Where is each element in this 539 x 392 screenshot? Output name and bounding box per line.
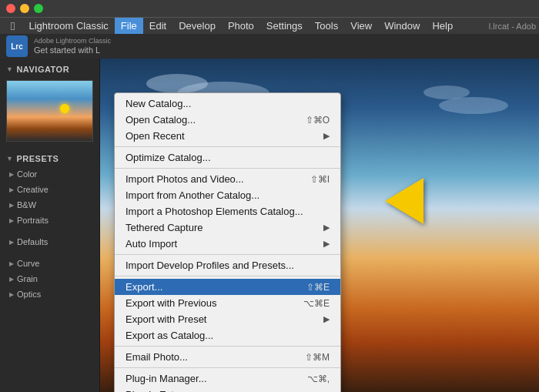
presets-header[interactable]: ▼ Presets [0,151,99,166]
menu-photo[interactable]: Photo [222,18,260,34]
app-name-label: Adobe Lightroom Classic [34,37,111,45]
preset-grain-label: Grain [17,274,38,283]
menu-tethered-capture[interactable]: Tethered Capture ▶ [115,219,340,236]
separator-1 [115,146,340,147]
export-preset-arrow: ▶ [323,314,330,324]
separator-4 [115,276,340,276]
export-catalog-label: Export as Catalog... [126,330,213,341]
preset-defaults-header[interactable]: ▶ Defaults [0,236,99,248]
menu-export[interactable]: Export... ⇧⌘E [115,279,340,295]
menu-plugin-extras[interactable]: Plug-in Extras ▶ [115,387,340,392]
preset-curve-label: Curve [17,259,39,268]
separator-5 [115,346,340,347]
open-catalog-shortcut: ⇧⌘O [306,115,330,126]
preset-bw-header[interactable]: ▶ B&W [0,199,99,211]
menu-import-photos[interactable]: Import Photos and Video... ⇧⌘I [115,171,340,187]
export-shortcut: ⇧⌘E [306,282,330,293]
menu-bar:  Lightroom Classic File Edit Develop Ph… [0,17,539,34]
auto-import-arrow: ▶ [323,239,330,249]
app-subtitle-label: Get started with L [34,45,111,55]
preset-optics-header[interactable]: ▶ Optics [0,288,99,300]
preset-portraits-label: Portraits [17,216,49,225]
menu-settings[interactable]: Settings [260,18,309,34]
title-bar-right: l.lrcat - Adob [489,22,536,31]
open-recent-label: Open Recent [126,130,185,142]
menu-import-develop-profiles[interactable]: Import Develop Profiles and Presets... [115,257,340,273]
tri-optics: ▶ [9,291,14,298]
menu-view[interactable]: View [344,18,378,34]
plugin-manager-label: Plug-in Manager... [126,373,207,384]
export-label: Export... [126,281,162,293]
preset-color-label: Color [17,169,37,179]
export-preset-label: Export with Preset [126,313,207,325]
sun-element [60,104,69,113]
app-logo: Lrc [6,35,28,57]
preset-creative-label: Creative [17,185,49,194]
presets-label: Presets [16,154,59,163]
menu-plugin-manager[interactable]: Plug-in Manager... ⌥⌘, [115,370,340,387]
menu-tools[interactable]: Tools [309,18,344,34]
email-photo-shortcut: ⇧⌘M [305,352,330,363]
traffic-lights [6,4,43,13]
preset-portraits-header[interactable]: ▶ Portraits [0,214,99,226]
menu-window[interactable]: Window [378,18,426,34]
plugin-manager-shortcut: ⌥⌘, [307,374,330,384]
tri-bw: ▶ [9,202,14,209]
preset-group-creative: ▶ Creative [0,182,99,197]
presets-panel: ▼ Presets ▶ Color ▶ Creative ▶ B&W [0,151,99,302]
preset-group-optics: ▶ Optics [0,286,99,302]
menu-new-catalog[interactable]: New Catalog... [115,95,340,112]
import-photos-label: Import Photos and Video... [126,173,244,185]
menu-edit[interactable]: Edit [143,18,172,34]
preset-creative-header[interactable]: ▶ Creative [0,183,99,196]
preset-group-color: ▶ Color [0,166,99,182]
maximize-button[interactable] [34,4,43,13]
apple-menu[interactable]:  [3,18,22,34]
menu-export-with-previous[interactable]: Export with Previous ⌥⌘E [115,295,340,311]
menu-file[interactable]: File [115,18,143,34]
minimize-button[interactable] [20,4,29,13]
tethered-capture-label: Tethered Capture [126,222,203,233]
preset-grain-header[interactable]: ▶ Grain [0,273,99,285]
menu-auto-import[interactable]: Auto Import ▶ [115,236,340,252]
left-sidebar: ▼ Navigator ▼ Presets ▶ Color [0,59,100,392]
menu-optimize-catalog[interactable]: Optimize Catalog... [115,149,340,166]
preset-color-header[interactable]: ▶ Color [0,168,99,180]
preset-curve-header[interactable]: ▶ Curve [0,257,99,270]
menu-help[interactable]: Help [426,18,459,34]
tri-grain: ▶ [9,276,14,283]
preset-group-defaults: ▶ Defaults [0,234,99,250]
menu-email-photo[interactable]: Email Photo... ⇧⌘M [115,349,340,365]
yellow-arrow-icon [385,178,424,224]
menu-open-catalog[interactable]: Open Catalog... ⇧⌘O [115,112,340,128]
menu-export-as-catalog[interactable]: Export as Catalog... [115,327,340,343]
email-photo-label: Email Photo... [126,351,188,363]
app-header: Lrc Adobe Lightroom Classic Get started … [0,34,539,59]
presets-triangle: ▼ [6,155,13,162]
tri-curve: ▶ [9,260,14,267]
preset-group-curve: ▶ Curve [0,256,99,271]
menu-open-recent[interactable]: Open Recent ▶ [115,128,340,144]
app-title-area: Adobe Lightroom Classic Get started with… [34,37,111,55]
separator-2 [115,168,340,169]
tethered-arrow: ▶ [323,223,330,233]
navigator-triangle: ▼ [6,65,13,73]
menu-develop[interactable]: Develop [172,18,222,34]
main-layout: ▼ Navigator ▼ Presets ▶ Color [0,59,539,392]
new-catalog-label: New Catalog... [126,98,191,109]
preset-group-grain: ▶ Grain [0,271,99,286]
menu-import-photoshop-elements[interactable]: Import a Photoshop Elements Catalog... [115,203,340,219]
close-button[interactable] [6,4,15,13]
tri-portraits: ▶ [9,217,14,224]
preset-group-portraits: ▶ Portraits [0,213,99,228]
file-dropdown-menu[interactable]: New Catalog... Open Catalog... ⇧⌘O Open … [114,92,341,392]
navigator-header[interactable]: ▼ Navigator [0,62,99,77]
open-catalog-label: Open Catalog... [126,114,196,126]
plugin-extras-label: Plug-in Extras [126,389,188,392]
preset-optics-label: Optics [17,290,41,299]
navigator-preview [6,80,93,142]
menu-lightroom-classic[interactable]: Lightroom Classic [22,18,114,34]
export-previous-shortcut: ⌥⌘E [303,298,330,309]
menu-export-with-preset[interactable]: Export with Preset ▶ [115,311,340,327]
menu-import-another-catalog[interactable]: Import from Another Catalog... [115,187,340,203]
